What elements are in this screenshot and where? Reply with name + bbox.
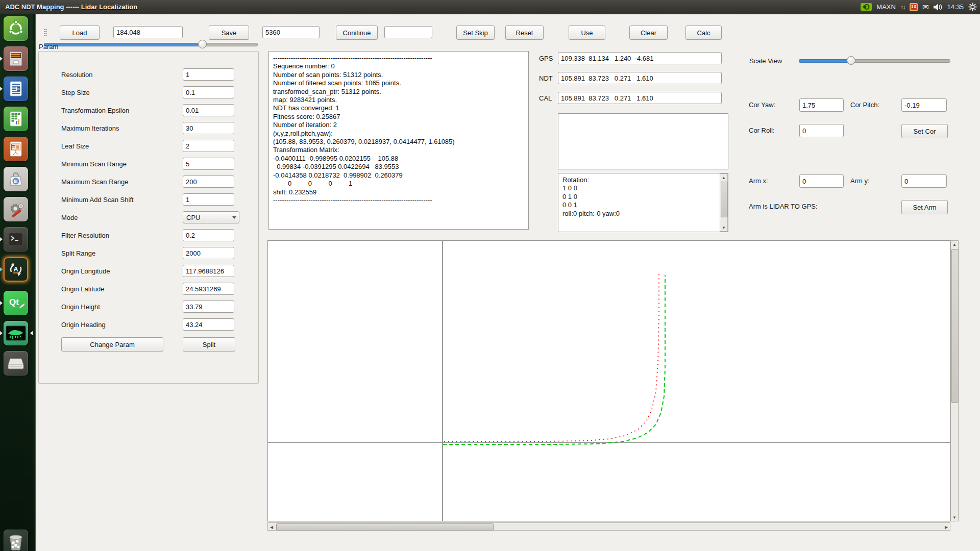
dock-item-lidar-app[interactable] [4, 321, 28, 345]
clear-button[interactable]: Clear [629, 26, 668, 40]
file-cabinet-icon [7, 49, 25, 68]
scale-view-slider-handle[interactable] [847, 56, 855, 65]
param-label: Step Size [61, 89, 90, 96]
mode-select[interactable]: CPU [183, 211, 239, 223]
trajectory-plot[interactable] [267, 240, 950, 521]
filter-resolution-input[interactable] [183, 229, 234, 241]
continue-value-input[interactable] [384, 26, 432, 38]
set-cor-button[interactable]: Set Cor [901, 124, 948, 138]
trans-epsilon-input[interactable] [183, 104, 234, 116]
leaf-size-input[interactable] [183, 140, 234, 152]
launcher-dock: A Qt [0, 14, 33, 551]
arm-note-label: Arm is LIDAR TO GPS: [749, 203, 818, 210]
cal-label: CAL [539, 94, 552, 102]
min-add-scan-shift-input[interactable] [183, 193, 234, 206]
dock-item-files[interactable] [4, 46, 28, 71]
arm-y-input[interactable] [901, 174, 947, 188]
gear-wrench-icon [7, 200, 25, 218]
clock[interactable]: 14:35 [947, 3, 964, 11]
dock-item-ubuntu-dash[interactable] [4, 16, 28, 41]
dock-item-terminal[interactable] [4, 227, 28, 252]
scroll-down-icon[interactable]: ▼ [951, 514, 958, 521]
continue-button[interactable]: Conitinue [336, 26, 378, 40]
dock-item-updater[interactable]: A [4, 257, 28, 282]
param-label: Maximum Scan Range [61, 178, 129, 186]
cor-roll-input[interactable] [799, 124, 844, 137]
change-param-button[interactable]: Change Param [61, 337, 163, 352]
rotation-scrollbar[interactable]: ▲ ▼ [720, 173, 728, 232]
playback-slider-handle[interactable] [198, 40, 207, 48]
volume-icon[interactable] [933, 2, 942, 12]
max-iterations-input[interactable] [183, 122, 234, 134]
origin-heading-input[interactable] [183, 318, 234, 331]
scale-view-slider[interactable] [799, 57, 950, 65]
scroll-left-icon[interactable]: ◀ [268, 523, 275, 531]
playback-slider[interactable] [44, 41, 258, 48]
split-range-input[interactable] [183, 247, 234, 259]
load-button[interactable]: Load [60, 26, 100, 40]
rotation-output[interactable]: Rotation: 1 0 0 0 1 0 0 0 1 roll:0 pitch… [558, 173, 728, 232]
load-value-input[interactable] [113, 26, 183, 38]
reset-button[interactable]: Reset [505, 26, 544, 40]
trajectory-canvas [268, 241, 950, 521]
gpu-mode-label[interactable]: MAXN [876, 3, 896, 11]
dock-item-software[interactable] [4, 167, 28, 191]
cor-pitch-label: Cor Pitch: [850, 101, 879, 109]
dock-item-qt[interactable]: Qt [4, 291, 28, 315]
origin-longitude-input[interactable] [183, 265, 234, 277]
set-skip-button[interactable]: Set Skip [456, 26, 495, 40]
ubuntu-logo-icon [7, 20, 24, 37]
app-window: Load Save Conitinue Set Skip Reset Use C… [36, 14, 980, 551]
cor-roll-label: Cor Roll: [749, 127, 775, 134]
save-value-input[interactable] [262, 26, 320, 38]
svg-text:A: A [13, 265, 18, 273]
plot-vscrollbar[interactable]: ▲ ▼ [950, 240, 959, 521]
param-label: Minimum Add Scan Shift [61, 196, 134, 204]
use-button[interactable]: Use [569, 26, 605, 40]
origin-latitude-input[interactable] [183, 283, 234, 295]
plot-hscrollbar[interactable]: ◀ ▶ [267, 522, 950, 531]
updater-arrows-icon: A [7, 261, 24, 278]
scroll-right-icon[interactable]: ▶ [943, 523, 950, 531]
resolution-input[interactable] [183, 68, 234, 81]
cor-yaw-input[interactable] [799, 98, 844, 112]
gps-trajectory-red [444, 272, 659, 441]
nvidia-icon[interactable] [861, 2, 872, 12]
input-method-icon[interactable] [910, 2, 918, 12]
toolbar-handle[interactable] [44, 29, 47, 36]
param-label: Leaf Size [61, 142, 89, 150]
scroll-up-icon[interactable]: ▲ [951, 241, 958, 248]
set-arm-button[interactable]: Set Arm [901, 200, 948, 214]
step-size-input[interactable] [183, 86, 234, 98]
dock-item-impress[interactable] [4, 137, 28, 161]
gps-value-input[interactable] [558, 52, 722, 64]
arm-x-input[interactable] [799, 174, 844, 188]
dock-item-writer[interactable] [4, 77, 28, 101]
cal-value-input[interactable] [558, 92, 722, 104]
save-button[interactable]: Save [209, 26, 249, 40]
session-gear-icon[interactable] [968, 2, 977, 12]
calc-button[interactable]: Calc [685, 26, 722, 40]
scroll-down-icon[interactable]: ▼ [720, 224, 727, 231]
param-label: Origin Heading [61, 321, 106, 329]
mode-selected-value: CPU [186, 214, 200, 221]
qt-logo-icon: Qt [6, 293, 26, 313]
impress-presentation-icon [7, 140, 25, 158]
dock-item-drive[interactable] [4, 351, 28, 375]
param-label: Transformation Epsilon [61, 107, 129, 114]
log-output[interactable]: ----------------------------------------… [268, 51, 529, 230]
cor-pitch-input[interactable] [901, 98, 947, 112]
min-scan-range-input[interactable] [183, 158, 234, 170]
dock-item-calc[interactable] [4, 107, 28, 131]
preview-box[interactable] [558, 113, 728, 169]
split-button[interactable]: Split [183, 337, 235, 352]
ndt-value-input[interactable] [558, 72, 722, 84]
mail-icon[interactable]: ✉ [922, 2, 929, 12]
updown-arrows-icon[interactable]: ↑↓ [900, 2, 905, 12]
max-scan-range-input[interactable] [183, 176, 234, 188]
svg-text:Qt: Qt [9, 297, 19, 307]
dock-item-settings[interactable] [4, 197, 28, 221]
dock-item-trash[interactable] [4, 530, 28, 551]
scroll-up-icon[interactable]: ▲ [720, 174, 727, 181]
origin-height-input[interactable] [183, 300, 234, 313]
